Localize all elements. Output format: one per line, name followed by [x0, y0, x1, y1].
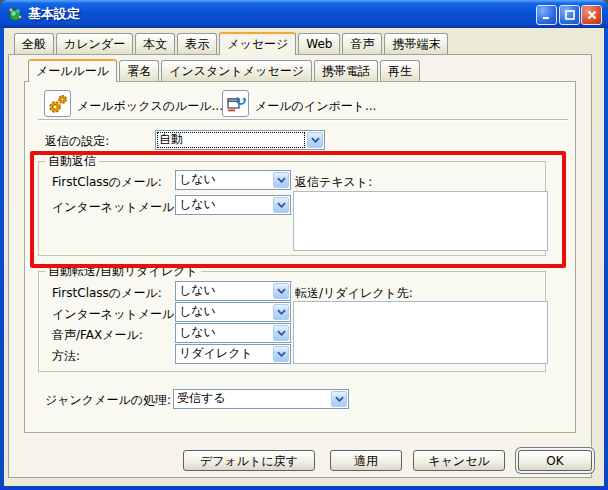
- tab-messages[interactable]: メッセージ: [219, 32, 296, 55]
- auto-reply-firstclass-value: しない: [176, 171, 272, 189]
- chevron-down-icon[interactable]: [331, 391, 347, 407]
- junk-mail-label: ジャンクメールの処理:: [45, 393, 171, 407]
- tab-playback[interactable]: 再生: [380, 60, 420, 81]
- chevron-down-icon[interactable]: [273, 325, 289, 341]
- forward-voicefax-value: しない: [176, 324, 272, 342]
- reply-text-area[interactable]: [293, 191, 548, 251]
- tab-mobile-device[interactable]: 携帯端末: [384, 33, 448, 54]
- forward-internet-select[interactable]: しない: [175, 302, 291, 322]
- app-icon: [7, 6, 23, 22]
- close-button[interactable]: [581, 5, 602, 25]
- toolbar-separator: [38, 119, 568, 121]
- tab-general[interactable]: 全般: [14, 33, 54, 54]
- maximize-button[interactable]: [559, 5, 580, 25]
- tab-signature[interactable]: 署名: [119, 60, 159, 81]
- mail-import-label: メールのインポート...: [255, 99, 376, 113]
- internet-mail-label: インターネットメール:: [52, 200, 178, 214]
- preferences-window: 基本設定 全般 カレンダー 本文 表示 メッセージ Web 音声 携帯端末 メー…: [0, 0, 608, 490]
- minimize-button[interactable]: [536, 5, 557, 25]
- tab-calendar[interactable]: カレンダー: [56, 33, 133, 54]
- auto-reply-internet-select[interactable]: しない: [175, 195, 291, 215]
- method-label: 方法:: [52, 349, 80, 363]
- apply-button[interactable]: 適用: [330, 450, 402, 471]
- mail-import-icon: [225, 93, 247, 115]
- tab-mobile-phone[interactable]: 携帯電話: [314, 60, 378, 81]
- mail-import-button[interactable]: [222, 90, 249, 117]
- gears-icon: [47, 93, 69, 115]
- chevron-down-icon[interactable]: [273, 304, 289, 320]
- reply-setting-label: 返信の設定:: [45, 134, 109, 148]
- reply-setting-select[interactable]: 自動: [155, 130, 325, 150]
- junk-mail-select[interactable]: 受信する: [173, 389, 349, 409]
- forward-destination-label: 転送/リダイレクト先:: [295, 286, 413, 300]
- close-icon: [587, 10, 597, 20]
- maximize-icon: [565, 10, 575, 20]
- titlebar: 基本設定: [0, 0, 608, 28]
- auto-reply-internet-value: しない: [176, 196, 272, 214]
- voice-fax-mail-label: 音声/FAXメール:: [52, 328, 143, 342]
- auto-reply-firstclass-select[interactable]: しない: [175, 170, 291, 190]
- chevron-down-icon[interactable]: [273, 346, 289, 362]
- forward-internet-value: しない: [176, 303, 272, 321]
- ok-button[interactable]: OK: [518, 450, 592, 471]
- chevron-down-icon[interactable]: [273, 172, 289, 188]
- forward-method-value: リダイレクト: [176, 345, 272, 363]
- chevron-down-icon[interactable]: [273, 283, 289, 299]
- mailbox-rules-button[interactable]: [44, 90, 71, 117]
- tab-instant-messaging[interactable]: インスタントメッセージ: [161, 60, 312, 81]
- minimize-icon: [542, 10, 552, 20]
- cancel-button[interactable]: キャンセル: [413, 450, 505, 471]
- forward-destination-area[interactable]: [293, 301, 548, 364]
- outer-tab-bar: 全般 カレンダー 本文 表示 メッセージ Web 音声 携帯端末: [14, 32, 448, 54]
- window-title: 基本設定: [28, 0, 80, 28]
- forward-voicefax-select[interactable]: しない: [175, 323, 291, 343]
- tab-voice[interactable]: 音声: [342, 33, 382, 54]
- forward-firstclass-select[interactable]: しない: [175, 281, 291, 301]
- forward-firstclass-value: しない: [176, 282, 272, 300]
- inner-tab-bar: メールルール 署名 インスタントメッセージ 携帯電話 再生: [28, 59, 420, 81]
- mailbox-rules-label: メールボックスのルール...: [77, 99, 223, 113]
- auto-reply-group-title: 自動返信: [45, 154, 99, 169]
- fwd-internet-mail-label: インターネットメール:: [52, 307, 178, 321]
- chevron-down-icon[interactable]: [273, 197, 289, 213]
- firstclass-mail-label: FirstClassのメール:: [52, 175, 162, 189]
- chevron-down-icon[interactable]: [307, 132, 323, 148]
- junk-mail-value: 受信する: [174, 390, 330, 408]
- reply-text-label: 返信テキスト:: [295, 175, 372, 189]
- tab-body-text[interactable]: 本文: [135, 33, 175, 54]
- forward-method-select[interactable]: リダイレクト: [175, 344, 291, 364]
- restore-defaults-button[interactable]: デフォルトに戻す: [183, 450, 315, 471]
- tab-mail-rules[interactable]: メールルール: [28, 59, 117, 82]
- tab-display[interactable]: 表示: [177, 33, 217, 54]
- auto-forward-group-title: 自動転送/自動リダイレクト: [45, 264, 201, 279]
- fwd-firstclass-mail-label: FirstClassのメール:: [52, 286, 162, 300]
- reply-setting-value: 自動: [156, 131, 306, 149]
- tab-web[interactable]: Web: [298, 33, 340, 54]
